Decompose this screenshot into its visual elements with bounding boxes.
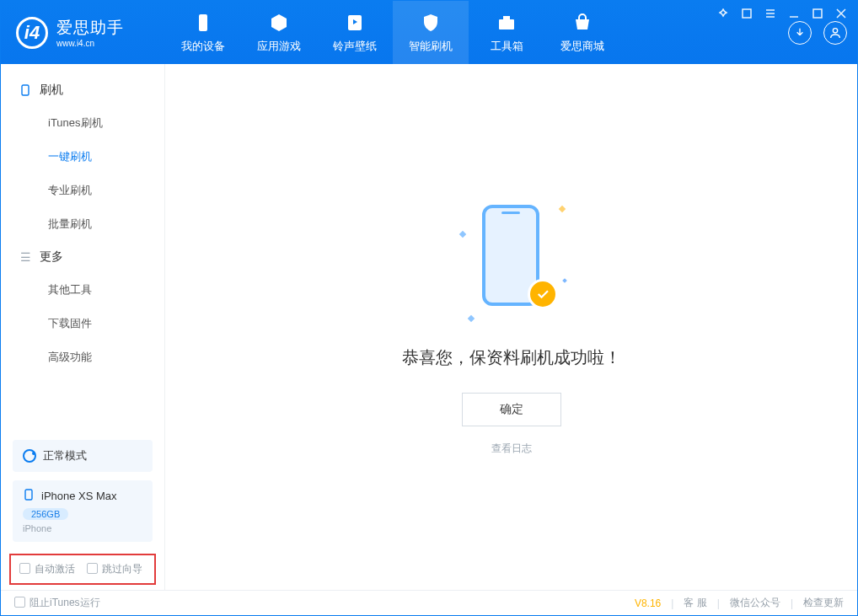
nav-store[interactable]: 爱思商城	[544, 1, 620, 64]
sidebar-item-pro-flash[interactable]: 专业刷机	[1, 174, 164, 207]
device-mode-label: 正常模式	[43, 448, 87, 463]
theme-icon[interactable]	[716, 7, 730, 20]
support-link[interactable]: 客 服	[684, 596, 706, 610]
phone-icon	[19, 84, 31, 96]
nav-my-device[interactable]: 我的设备	[165, 1, 241, 64]
svg-rect-6	[813, 9, 822, 18]
main-nav: 我的设备 应用游戏 铃声壁纸 智能刷机 工具箱 爱思商城	[165, 1, 620, 64]
device-info-card[interactable]: iPhone XS Max 256GB iPhone	[13, 480, 153, 542]
nav-toolbox[interactable]: 工具箱	[469, 1, 544, 64]
wechat-link[interactable]: 微信公众号	[730, 596, 780, 610]
nav-flash[interactable]: 智能刷机	[393, 1, 469, 64]
checkmark-icon	[528, 279, 558, 309]
sidebar-group-flash: 刷机	[1, 74, 164, 106]
nav-apps[interactable]: 应用游戏	[241, 1, 317, 64]
nav-label: 智能刷机	[409, 39, 453, 54]
skip-wizard-checkbox[interactable]: 跳过向导	[87, 562, 142, 576]
app-url: www.i4.cn	[56, 39, 124, 48]
sidebar-group-more: ☰ 更多	[1, 241, 164, 273]
window-controls	[716, 7, 848, 20]
header-right	[788, 21, 857, 45]
device-name: iPhone XS Max	[41, 490, 117, 502]
download-button[interactable]	[788, 21, 812, 45]
store-icon	[571, 12, 593, 34]
sidebar: 刷机 iTunes刷机 一键刷机 专业刷机 批量刷机 ☰ 更多 其他工具 下载固…	[1, 64, 165, 590]
svg-rect-5	[743, 9, 751, 18]
device-cards: 正常模式 iPhone XS Max 256GB iPhone	[1, 431, 164, 554]
svg-rect-3	[503, 16, 510, 19]
nav-label: 应用游戏	[257, 39, 301, 54]
check-update-link[interactable]: 检查更新	[803, 596, 844, 610]
app-footer: 阻止iTunes运行 V8.16 | 客 服 | 微信公众号 | 检查更新	[1, 590, 857, 615]
view-log-link[interactable]: 查看日志	[491, 442, 532, 456]
maximize-button[interactable]	[811, 7, 824, 20]
app-name: 爱思助手	[56, 17, 124, 39]
sidebar-item-oneclick-flash[interactable]: 一键刷机	[1, 140, 164, 174]
nav-ringtones[interactable]: 铃声壁纸	[317, 1, 393, 64]
device-icon	[192, 12, 214, 34]
sidebar-group-label: 刷机	[40, 83, 63, 98]
nav-label: 铃声壁纸	[333, 39, 377, 54]
minimize-button[interactable]	[787, 7, 801, 20]
svg-rect-8	[25, 490, 32, 500]
block-itunes-checkbox[interactable]: 阻止iTunes运行	[14, 596, 100, 610]
svg-rect-7	[22, 85, 29, 95]
nav-label: 我的设备	[181, 39, 225, 54]
svg-point-4	[833, 28, 837, 32]
success-illustration	[457, 198, 566, 324]
user-button[interactable]	[823, 21, 847, 45]
success-message: 恭喜您，保资料刷机成功啦！	[402, 346, 621, 369]
nav-label: 爱思商城	[560, 39, 604, 54]
nav-label: 工具箱	[491, 39, 523, 54]
device-capacity-badge: 256GB	[23, 508, 68, 520]
ok-button[interactable]: 确定	[462, 393, 561, 426]
svg-rect-0	[199, 14, 207, 31]
version-label: V8.16	[635, 597, 661, 609]
sidebar-item-other-tools[interactable]: 其他工具	[1, 273, 164, 307]
sidebar-group-label: 更多	[40, 249, 63, 265]
shield-icon	[420, 12, 442, 34]
menu-icon[interactable]	[764, 7, 777, 20]
logo-icon: i4	[16, 17, 48, 49]
app-header: i4 爱思助手 www.i4.cn 我的设备 应用游戏 铃声壁纸 智能刷机 工具…	[1, 1, 857, 64]
sidebar-item-download-firmware[interactable]: 下载固件	[1, 307, 164, 340]
main-content: 恭喜您，保资料刷机成功啦！ 确定 查看日志	[165, 64, 857, 590]
app-logo: i4 爱思助手 www.i4.cn	[1, 17, 165, 49]
toolbox-icon	[496, 12, 517, 34]
close-button[interactable]	[834, 7, 848, 20]
device-mode-card[interactable]: 正常模式	[13, 440, 153, 472]
svg-rect-2	[499, 19, 514, 29]
auto-activate-checkbox[interactable]: 自动激活	[19, 562, 75, 576]
options-highlight-box: 自动激活 跳过向导	[9, 554, 156, 585]
app-body: 刷机 iTunes刷机 一键刷机 专业刷机 批量刷机 ☰ 更多 其他工具 下载固…	[1, 64, 857, 590]
cube-icon	[268, 12, 290, 34]
refresh-icon	[23, 449, 36, 463]
sidebar-item-itunes-flash[interactable]: iTunes刷机	[1, 106, 164, 140]
more-icon: ☰	[19, 251, 31, 263]
music-icon	[344, 12, 366, 34]
skin-icon[interactable]	[740, 7, 753, 20]
sidebar-item-advanced[interactable]: 高级功能	[1, 340, 164, 374]
sidebar-item-batch-flash[interactable]: 批量刷机	[1, 207, 164, 241]
device-type: iPhone	[23, 523, 142, 533]
phone-small-icon	[23, 489, 35, 503]
